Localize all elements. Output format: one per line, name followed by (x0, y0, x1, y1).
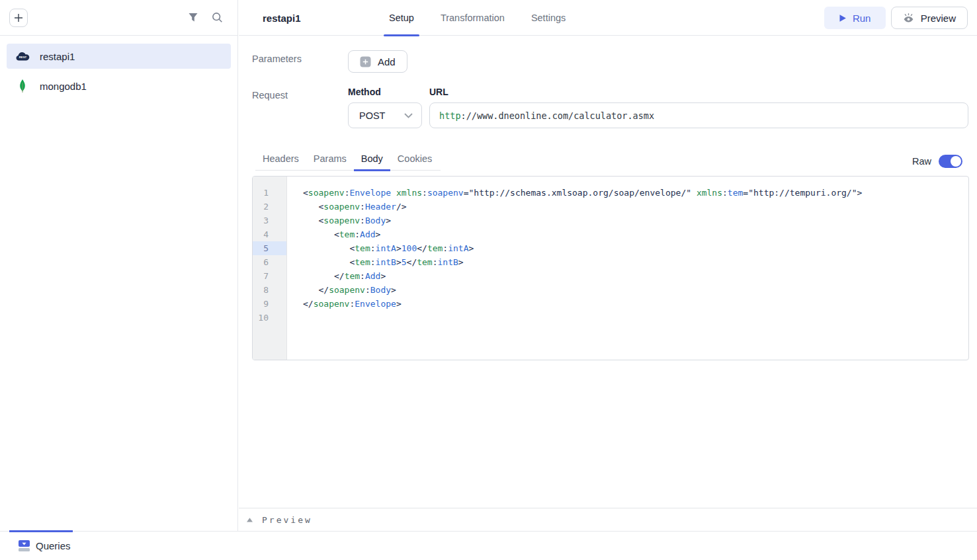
tab-settings[interactable]: Settings (526, 0, 571, 36)
page-title: restapi1 (263, 12, 301, 23)
bottom-bar: Queries (0, 531, 977, 560)
raw-toggle[interactable] (939, 155, 962, 168)
body-tab-params[interactable]: Params (306, 147, 354, 170)
line-number: 3 (253, 214, 286, 227)
filter-icon (188, 13, 198, 22)
code-line: <tem:intA>100</tem:intA> (303, 241, 968, 255)
play-icon (839, 14, 847, 22)
method-value: POST (359, 110, 385, 121)
line-number: 9 (253, 297, 286, 311)
body-tab-headers[interactable]: Headers (255, 147, 306, 170)
method-select[interactable]: POST (348, 102, 422, 128)
eye-icon (903, 13, 914, 23)
raw-toggle-knob (951, 156, 961, 167)
preview-button[interactable]: Preview (891, 7, 968, 29)
line-number: 6 (253, 255, 286, 269)
preview-button-label: Preview (921, 13, 956, 24)
url-label: URL (429, 87, 448, 97)
sidebar: RESTrestapi1mongodb1 (0, 0, 238, 531)
body-tab-cookies[interactable]: Cookies (390, 147, 439, 170)
queries-tab-label: Queries (36, 540, 71, 551)
line-number: 2 (253, 200, 286, 214)
code-line: <soapenv:Body> (303, 214, 968, 227)
run-button[interactable]: Run (824, 7, 886, 29)
add-parameter-button[interactable]: Add (348, 50, 407, 73)
main-header: restapi1 SetupTransformationSettings Run… (239, 0, 977, 36)
new-query-button[interactable] (9, 9, 28, 27)
line-number: 5 (253, 241, 286, 255)
url-rest: ://www.dneonline.com/calculator.asmx (461, 110, 655, 121)
response-preview-bar[interactable]: Preview (239, 508, 977, 531)
collapse-up-icon (246, 517, 253, 523)
url-input[interactable]: http://www.dneonline.com/calculator.asmx (429, 102, 968, 128)
queries-tab[interactable]: Queries (0, 532, 71, 560)
editor-code-area[interactable]: <soapenv:Envelope xmlns:soapenv="http://… (287, 177, 968, 360)
sidebar-item-label: mongodb1 (40, 81, 87, 92)
url-scheme: http (439, 110, 461, 121)
sidebar-item-label: restapi1 (40, 51, 75, 62)
code-line: <soapenv:Envelope xmlns:soapenv="http://… (303, 186, 968, 200)
raw-toggle-group: Raw (912, 155, 962, 168)
request-label: Request (252, 90, 288, 100)
code-line (303, 311, 968, 325)
filter-button[interactable] (188, 13, 198, 22)
editor-gutter: 12345678910 (253, 177, 287, 360)
line-number: 7 (253, 269, 286, 283)
mongodb-icon (15, 79, 30, 93)
add-parameter-label: Add (378, 56, 396, 67)
search-button[interactable] (212, 12, 223, 23)
code-line: <soapenv:Header/> (303, 200, 968, 214)
code-line: <tem:Add> (303, 227, 968, 241)
search-icon (212, 12, 223, 23)
raw-label: Raw (912, 156, 931, 167)
sidebar-header (0, 0, 237, 36)
parameters-label: Parameters (252, 54, 302, 64)
body-code-editor[interactable]: 12345678910 <soapenv:Envelope xmlns:soap… (252, 176, 969, 360)
sidebar-item-restapi1[interactable]: RESTrestapi1 (7, 44, 231, 69)
queries-icon (19, 540, 30, 551)
code-line: <tem:intB>5</tem:intB> (303, 255, 968, 269)
main-panel: restapi1 SetupTransformationSettings Run… (239, 0, 977, 560)
tab-transformation[interactable]: Transformation (435, 0, 510, 36)
body-tab-body[interactable]: Body (354, 147, 390, 170)
line-number: 1 (253, 186, 286, 200)
chevron-down-icon (404, 113, 413, 118)
plus-icon (14, 13, 23, 22)
main-tabs: SetupTransformationSettings (384, 0, 571, 36)
svg-text:REST: REST (19, 56, 26, 59)
line-number: 8 (253, 283, 286, 297)
method-label: Method (348, 87, 381, 97)
code-line: </soapenv:Envelope> (303, 297, 968, 311)
tab-setup[interactable]: Setup (384, 0, 419, 36)
header-actions: Run Preview (824, 7, 968, 29)
plus-square-icon (360, 56, 371, 67)
code-line: </tem:Add> (303, 269, 968, 283)
code-line: </soapenv:Body> (303, 283, 968, 297)
sidebar-item-mongodb1[interactable]: mongodb1 (7, 73, 231, 99)
line-number: 10 (253, 311, 286, 325)
run-button-label: Run (853, 13, 871, 24)
sidebar-list: RESTrestapi1mongodb1 (0, 36, 237, 111)
response-preview-label: Preview (262, 515, 312, 525)
line-number: 4 (253, 227, 286, 241)
rest-api-icon: REST (15, 52, 30, 61)
body-tabs: HeadersParamsBodyCookies (255, 147, 441, 171)
queries-active-indicator (9, 530, 73, 532)
